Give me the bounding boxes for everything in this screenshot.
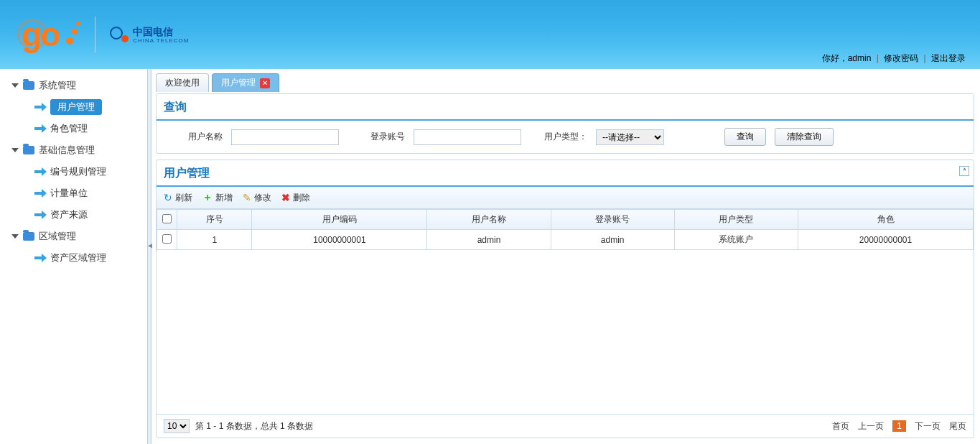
select-all-checkbox[interactable] <box>162 214 172 223</box>
refresh-button[interactable]: ↻刷新 <box>164 192 192 204</box>
tree-group[interactable]: 基础信息管理 <box>0 139 147 161</box>
refresh-icon: ↻ <box>164 192 172 203</box>
arrow-right-icon <box>34 124 46 133</box>
delete-icon: ✖ <box>281 192 290 203</box>
tree-group-label: 系统管理 <box>39 79 76 92</box>
change-password-link[interactable]: 修改密码 <box>884 53 918 63</box>
column-header: 登录账号 <box>551 210 674 230</box>
logo-dots-icon <box>66 20 80 49</box>
arrow-right-icon <box>34 211 46 219</box>
telecom-name: 中国电信 <box>133 26 173 37</box>
arrow-right-icon <box>34 189 46 198</box>
telecom-sub: CHINA TELECOM <box>133 37 189 44</box>
tab-bar: 欢迎使用 用户管理✕ <box>156 73 974 92</box>
prev-page-link[interactable]: 上一页 <box>858 420 884 433</box>
greeting: 你好，admin <box>822 53 872 63</box>
row-checkbox[interactable] <box>162 234 172 244</box>
column-header: 用户类型 <box>674 210 798 230</box>
arrow-right-icon <box>34 254 46 262</box>
tree-item[interactable]: 角色管理 <box>0 118 147 139</box>
folder-icon <box>23 146 34 154</box>
tree-item-label: 角色管理 <box>50 122 88 135</box>
chevron-down-icon <box>11 83 19 88</box>
current-page: 1 <box>892 420 906 432</box>
chevron-down-icon <box>11 234 19 239</box>
tree-item-label: 编号规则管理 <box>50 165 106 178</box>
logo-area: go 中国电信 CHINA TELECOM <box>0 15 189 54</box>
search-title: 查询 <box>157 94 974 121</box>
last-page-link[interactable]: 尾页 <box>949 420 966 433</box>
logo-divider <box>95 17 95 52</box>
pencil-icon: ✎ <box>243 192 251 203</box>
logout-link[interactable]: 退出登录 <box>931 53 966 63</box>
first-page-link[interactable]: 首页 <box>832 420 849 433</box>
query-button[interactable]: 查询 <box>724 128 766 146</box>
add-button[interactable]: ＋新增 <box>202 191 233 204</box>
next-page-link[interactable]: 下一页 <box>915 420 941 433</box>
usertype-label: 用户类型： <box>530 131 587 143</box>
telecom-icon <box>110 25 129 44</box>
search-panel: 查询 用户名称 登录账号 用户类型： --请选择-- 查询 清除查询 <box>156 93 974 154</box>
grid-title: 用户管理 ˄ <box>157 160 974 187</box>
tree-item-label: 用户管理 <box>50 99 102 115</box>
table-row[interactable]: 110000000001adminadmin系统账户20000000001 <box>157 230 974 250</box>
logo-go: go <box>22 15 59 54</box>
clear-button[interactable]: 清除查询 <box>775 128 834 146</box>
edit-button[interactable]: ✎修改 <box>243 192 271 204</box>
splitter[interactable] <box>147 69 151 444</box>
tree-group[interactable]: 区域管理 <box>0 226 147 247</box>
content: 欢迎使用 用户管理✕ 查询 用户名称 登录账号 用户类型： --请选择-- 查询… <box>151 69 980 444</box>
tree-group-label: 基础信息管理 <box>39 144 95 157</box>
column-header: 角色 <box>798 210 974 230</box>
tab-user-mgmt[interactable]: 用户管理✕ <box>212 73 279 92</box>
tree-item[interactable]: 编号规则管理 <box>0 161 147 182</box>
arrow-right-icon <box>34 167 46 176</box>
folder-icon <box>23 81 34 90</box>
pager: 10 第 1 - 1 条数据，总共 1 条数据 首页 上一页 1 下一页 尾页 <box>157 414 974 438</box>
user-bar: 你好，admin | 修改密码 | 退出登录 <box>822 52 966 65</box>
grid-panel: 用户管理 ˄ ↻刷新 ＋新增 ✎修改 ✖删除 序号用户编码用户名称登录账号用户类… <box>156 159 974 438</box>
toolbar: ↻刷新 ＋新增 ✎修改 ✖删除 <box>157 187 974 209</box>
usertype-select[interactable]: --请选择-- <box>596 129 664 145</box>
tree-item-label: 计量单位 <box>50 187 88 200</box>
username-input[interactable] <box>231 129 339 145</box>
login-label: 登录账号 <box>347 131 405 143</box>
column-header: 序号 <box>177 210 252 230</box>
sidebar: 系统管理用户管理角色管理基础信息管理编号规则管理计量单位资产来源区域管理资产区域… <box>0 69 147 444</box>
tree-item[interactable]: 资产区域管理 <box>0 247 147 269</box>
login-input[interactable] <box>414 129 521 145</box>
header: go 中国电信 CHINA TELECOM 你好，admin | 修改密码 | … <box>0 0 980 69</box>
plus-icon: ＋ <box>202 191 213 204</box>
folder-icon <box>23 232 34 241</box>
arrow-right-icon <box>34 103 46 111</box>
telecom-logo: 中国电信 CHINA TELECOM <box>110 25 189 44</box>
tab-welcome[interactable]: 欢迎使用 <box>156 73 209 92</box>
chevron-down-icon <box>11 148 19 152</box>
collapse-icon[interactable]: ˄ <box>959 166 969 176</box>
username-label: 用户名称 <box>165 131 223 143</box>
tree-group-label: 区域管理 <box>39 230 76 243</box>
data-table: 序号用户编码用户名称登录账号用户类型角色 110000000001adminad… <box>157 209 974 250</box>
column-header: 用户编码 <box>252 210 427 230</box>
tree-group[interactable]: 系统管理 <box>0 75 147 96</box>
tree-item[interactable]: 用户管理 <box>0 96 147 118</box>
tree-item[interactable]: 计量单位 <box>0 182 147 204</box>
close-icon[interactable]: ✕ <box>260 78 270 88</box>
pager-info: 第 1 - 1 条数据，总共 1 条数据 <box>195 420 313 433</box>
page-size-select[interactable]: 10 <box>164 419 190 433</box>
tree-item-label: 资产区域管理 <box>50 251 106 264</box>
column-header: 用户名称 <box>427 210 551 230</box>
tree-item[interactable]: 资产来源 <box>0 204 147 226</box>
tree-item-label: 资产来源 <box>50 208 88 221</box>
delete-button[interactable]: ✖删除 <box>281 192 310 204</box>
